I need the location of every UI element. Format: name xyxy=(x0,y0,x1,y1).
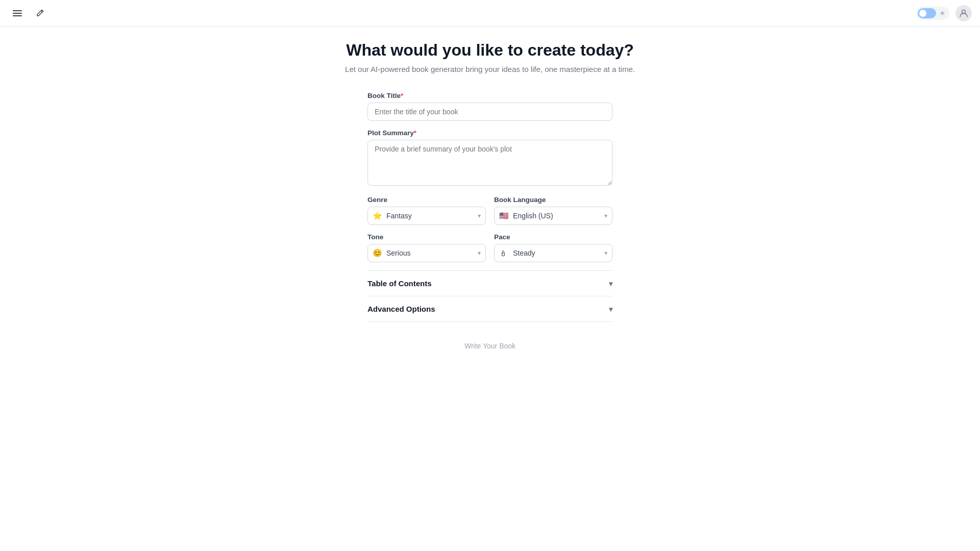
tone-label: Tone xyxy=(368,233,486,241)
toggle-thumb xyxy=(919,10,926,17)
tone-select[interactable]: Serious Humorous Dark Inspirational Neut… xyxy=(368,244,486,262)
write-book-button[interactable]: Write Your Book xyxy=(368,336,612,356)
main-content: What would you like to create today? Let… xyxy=(0,0,980,551)
genre-select[interactable]: Fantasy Science Fiction Romance Thriller… xyxy=(368,207,486,225)
page-title: What would you like to create today? xyxy=(346,41,634,60)
language-select-wrapper: 🇺🇸 English (US) English (UK) Spanish Fre… xyxy=(494,207,612,225)
tone-pace-row: Tone 😊 Serious Humorous Dark Inspiration… xyxy=(368,233,612,262)
navbar: ☀ xyxy=(0,0,980,27)
svg-rect-1 xyxy=(13,13,22,14)
menu-icon xyxy=(13,9,22,18)
pace-label: Pace xyxy=(494,233,612,241)
language-label: Book Language xyxy=(494,196,612,204)
toggle-track[interactable] xyxy=(918,8,936,18)
plot-summary-input[interactable] xyxy=(368,140,612,186)
pace-select-wrapper: 🕯 Steady Fast Slow Varied ▾ xyxy=(494,244,612,262)
tone-group: Tone 😊 Serious Humorous Dark Inspiration… xyxy=(368,233,486,262)
book-title-group: Book Title* xyxy=(368,92,612,121)
pace-select[interactable]: Steady Fast Slow Varied xyxy=(494,244,612,262)
genre-group: Genre ⭐ Fantasy Science Fiction Romance … xyxy=(368,196,486,225)
edit-button[interactable] xyxy=(31,4,49,22)
genre-language-row: Genre ⭐ Fantasy Science Fiction Romance … xyxy=(368,196,612,225)
navbar-left xyxy=(8,4,49,22)
table-of-contents-label: Table of Contents xyxy=(368,279,432,288)
svg-rect-0 xyxy=(13,10,22,11)
user-icon xyxy=(959,9,968,18)
sun-icon: ☀ xyxy=(937,9,948,17)
pace-group: Pace 🕯 Steady Fast Slow Varied ▾ xyxy=(494,233,612,262)
book-form: Book Title* Plot Summary* Genre ⭐ Fantas… xyxy=(368,92,612,356)
advanced-options-section: Advanced Options ▾ xyxy=(368,296,612,322)
plot-summary-group: Plot Summary* xyxy=(368,129,612,188)
book-title-label: Book Title* xyxy=(368,92,612,99)
menu-button[interactable] xyxy=(8,4,27,22)
genre-select-wrapper: ⭐ Fantasy Science Fiction Romance Thrill… xyxy=(368,207,486,225)
page-subtitle: Let our AI-powered book generator bring … xyxy=(345,65,635,73)
navbar-right: ☀ xyxy=(916,5,972,21)
table-of-contents-toggle[interactable]: Table of Contents ▾ xyxy=(368,271,612,296)
language-select[interactable]: English (US) English (UK) Spanish French… xyxy=(494,207,612,225)
pencil-icon xyxy=(36,9,44,17)
language-group: Book Language 🇺🇸 English (US) English (U… xyxy=(494,196,612,225)
table-of-contents-section: Table of Contents ▾ xyxy=(368,270,612,296)
advanced-options-toggle[interactable]: Advanced Options ▾ xyxy=(368,296,612,321)
book-title-input[interactable] xyxy=(368,103,612,121)
tone-select-wrapper: 😊 Serious Humorous Dark Inspirational Ne… xyxy=(368,244,486,262)
table-of-contents-chevron-icon: ▾ xyxy=(609,280,612,288)
advanced-options-label: Advanced Options xyxy=(368,305,435,313)
advanced-options-chevron-icon: ▾ xyxy=(609,305,612,313)
genre-label: Genre xyxy=(368,196,486,204)
user-avatar-button[interactable] xyxy=(955,5,972,21)
svg-rect-2 xyxy=(13,15,22,16)
plot-summary-label: Plot Summary* xyxy=(368,129,612,137)
theme-toggle[interactable]: ☀ xyxy=(916,7,949,20)
